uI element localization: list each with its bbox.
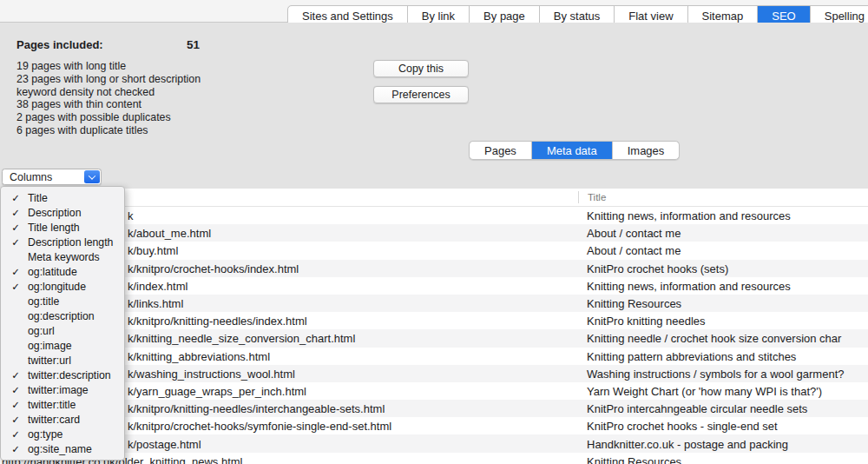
menu-item-og-url[interactable]: og:url	[1, 323, 124, 338]
menu-item-og-latitude[interactable]: ✓og:latitude	[1, 264, 124, 279]
title-cell: Yarn Weight Chart (or 'how many WPI is t…	[587, 384, 822, 397]
menu-item-label: og:description	[28, 310, 95, 322]
table-row[interactable]: k/postage.htmlHandknitter.co.uk - postag…	[0, 434, 868, 452]
menu-item-label: og:site_name	[28, 443, 92, 455]
checkmark-icon: ✓	[8, 443, 23, 455]
summary-line: 19 pages with long title	[16, 60, 201, 73]
columns-menu: ✓Title✓Description✓Title length✓Descript…	[0, 186, 125, 461]
view-tab-images[interactable]: Images	[613, 142, 680, 159]
preferences-button[interactable]: Preferences	[373, 86, 469, 103]
table-row[interactable]: k/buy.htmlAbout / contact me	[0, 242, 868, 259]
menu-item-og-longitude[interactable]: ✓og:longitude	[1, 279, 124, 294]
title-cell: KnitPro crochet hooks - single-end set	[587, 420, 778, 433]
menu-item-label: twitter:card	[28, 414, 80, 426]
table-row[interactable]: k/knitpro/knitting-needles/index.htmlKni…	[0, 312, 868, 329]
url-cell: k/yarn_guage_wraps_per_inch.html	[128, 384, 306, 397]
menu-item-description-length[interactable]: ✓Description length	[1, 235, 124, 249]
menu-item-og-title[interactable]: og:title	[1, 294, 124, 308]
checkmark-icon: ✓	[8, 236, 23, 249]
table-row[interactable]: k/knitpro/knitting-needles/interchangeab…	[0, 400, 868, 417]
table-body: kKnitting news, information and resource…	[0, 207, 868, 464]
menu-item-twitter-card[interactable]: ✓twitter:card	[1, 412, 124, 427]
title-cell: KnitPro knitting needles	[587, 315, 706, 328]
url-cell: k/knitpro/crochet-hooks/symfonie-single-…	[128, 420, 391, 433]
table-row[interactable]: http://handknitter.co.uk/older_knitting_…	[0, 453, 868, 464]
title-cell: KnitPro intercahngeable circular needle …	[587, 402, 807, 415]
menu-item-description[interactable]: ✓Description	[1, 205, 124, 220]
menu-item-label: Description	[28, 207, 82, 219]
checkmark-icon: ✓	[8, 281, 23, 293]
columns-dropdown-label: Columns	[10, 171, 52, 183]
menu-item-title-length[interactable]: ✓Title length	[1, 220, 124, 235]
url-cell: k/knitpro/crochet-hooks/index.html	[128, 262, 299, 275]
title-cell: Knitting news, information and resources	[587, 279, 791, 292]
table-row[interactable]: kKnitting news, information and resource…	[0, 207, 868, 224]
menu-item-label: Description length	[28, 236, 113, 249]
menu-item-og-type[interactable]: ✓og:type	[1, 427, 124, 441]
menu-item-label: og:url	[28, 325, 55, 337]
columns-dropdown-button[interactable]: Columns	[2, 169, 102, 185]
checkmark-icon: ✓	[8, 266, 23, 278]
table-row[interactable]: k/washing_instructions_wool.htmlWashing …	[0, 365, 868, 382]
checkmark-icon: ✓	[8, 384, 23, 396]
menu-item-label: twitter:description	[28, 369, 111, 381]
table-row[interactable]: k/yarn_guage_wraps_per_inch.htmlYarn Wei…	[0, 382, 868, 400]
chevron-down-icon[interactable]	[84, 170, 100, 183]
menu-item-twitter-url[interactable]: twitter:url	[1, 353, 124, 368]
menu-item-og-description[interactable]: og:description	[1, 308, 124, 323]
menu-item-label: Meta keywords	[28, 251, 100, 263]
pages-included-count: 51	[187, 38, 200, 51]
summary-stats: 19 pages with long title23 pages with lo…	[16, 60, 201, 137]
title-cell: About / contact me	[587, 244, 681, 257]
table-row[interactable]: k/index.htmlKnitting news, information a…	[0, 277, 868, 295]
summary-line: 6 pages with duplicate titles	[16, 124, 201, 137]
table-row[interactable]: k/knitting_abbreviations.htmlKnitting pa…	[0, 348, 868, 365]
menu-item-twitter-image[interactable]: ✓twitter:image	[1, 382, 124, 397]
menu-item-label: og:latitude	[28, 266, 77, 278]
table-row[interactable]: k/links.htmlKnitting Resources	[0, 295, 868, 312]
checkmark-icon: ✓	[8, 428, 23, 441]
url-cell: k/knitpro/knitting-needles/index.html	[128, 315, 307, 328]
summary-line: 2 pages with possible duplicates	[16, 111, 201, 124]
summary-line: keyword density not checked	[16, 86, 201, 99]
checkmark-icon: ✓	[8, 399, 23, 411]
url-cell: k/knitpro/knitting-needles/interchangeab…	[128, 402, 385, 415]
menu-item-label: og:type	[28, 428, 62, 441]
title-cell: About / contact me	[587, 227, 681, 240]
url-cell: k/knitting_needle_size_conversion_chart.…	[128, 332, 355, 345]
menu-item-label: og:image	[28, 340, 72, 352]
menu-item-meta-keywords[interactable]: Meta keywords	[1, 249, 124, 264]
table-row[interactable]: k/knitpro/crochet-hooks/symfonie-single-…	[0, 417, 868, 434]
checkmark-icon: ✓	[8, 414, 23, 426]
title-column-header[interactable]: Title	[578, 191, 606, 203]
title-cell: Knitting Resources	[587, 454, 681, 464]
checkmark-icon: ✓	[8, 222, 23, 234]
table-row[interactable]: k/about_me.htmlAbout / contact me	[0, 224, 868, 242]
menu-item-label: twitter:url	[28, 355, 71, 367]
url-cell: k/postage.html	[128, 437, 201, 450]
menu-item-title[interactable]: ✓Title	[1, 190, 124, 205]
checkmark-icon: ✓	[8, 207, 23, 219]
view-tab-pages[interactable]: Pages	[470, 142, 532, 159]
title-cell: Knitting needle / crochet hook size conv…	[587, 332, 841, 345]
copy-this-button[interactable]: Copy this	[373, 60, 469, 77]
title-cell: Knitting Resources	[587, 297, 681, 310]
menu-item-og-image[interactable]: og:image	[1, 338, 124, 353]
view-switcher: PagesMeta dataImages	[469, 141, 680, 160]
menu-item-label: Title length	[28, 222, 80, 234]
url-cell: k/buy.html	[128, 244, 178, 257]
menu-item-label: og:title	[28, 295, 59, 308]
meta-data-table: Title kKnitting news, information and re…	[0, 189, 868, 464]
title-cell: Knitting news, information and resources	[587, 209, 791, 222]
table-row[interactable]: k/knitting_needle_size_conversion_chart.…	[0, 329, 868, 347]
menu-item-twitter-description[interactable]: ✓twitter:description	[1, 368, 124, 382]
table-row[interactable]: k/knitpro/crochet-hooks/index.htmlKnitPr…	[0, 260, 868, 277]
checkmark-icon: ✓	[8, 192, 23, 204]
menu-item-label: og:longitude	[28, 281, 86, 293]
menu-item-twitter-title[interactable]: ✓twitter:title	[1, 397, 124, 412]
title-cell: Knitting pattern abbreviations and stitc…	[587, 349, 796, 362]
view-tab-meta-data[interactable]: Meta data	[532, 142, 613, 159]
menu-item-og-site-name[interactable]: ✓og:site_name	[1, 441, 124, 456]
menu-item-label: twitter:image	[28, 384, 89, 396]
menu-item-label: Title	[28, 192, 48, 204]
